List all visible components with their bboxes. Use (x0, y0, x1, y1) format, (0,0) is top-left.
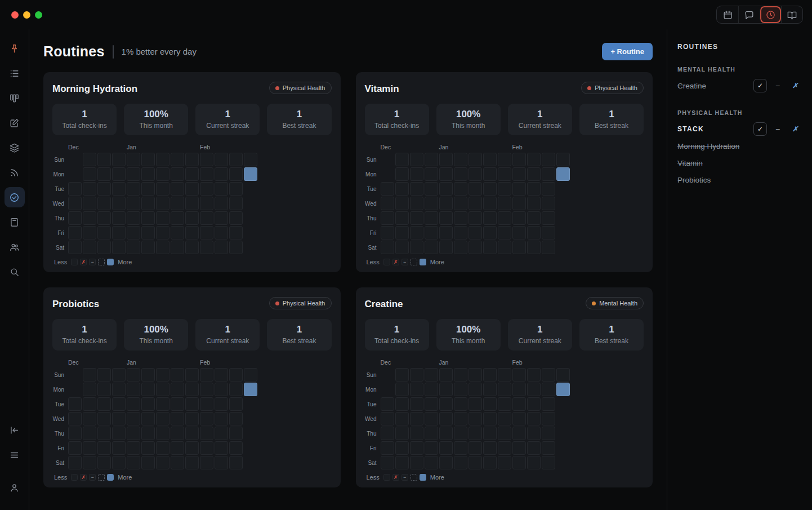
heatmap-cell[interactable] (171, 241, 184, 254)
heatmap-cell[interactable] (483, 211, 497, 225)
heatmap-cell[interactable] (395, 427, 409, 440)
heatmap-cell[interactable] (171, 441, 184, 455)
heatmap-cell[interactable] (229, 226, 243, 240)
heatmap-cell[interactable] (512, 397, 526, 411)
heatmap-cell[interactable] (381, 226, 394, 240)
heatmap-cell[interactable] (512, 211, 526, 225)
heatmap-cell[interactable] (395, 456, 409, 469)
heatmap-cell[interactable] (127, 153, 140, 166)
heatmap-cell[interactable] (512, 226, 526, 240)
heatmap-cell[interactable] (171, 427, 184, 440)
miss-button[interactable]: ✗ (788, 122, 802, 136)
heatmap-cell[interactable] (425, 182, 438, 196)
heatmap-cell[interactable] (156, 197, 169, 210)
heatmap-cell[interactable] (483, 412, 497, 425)
sidebar-item-compose[interactable] (5, 113, 25, 133)
heatmap-cell[interactable] (83, 441, 96, 455)
heatmap-cell[interactable] (112, 412, 126, 425)
heatmap-cell[interactable] (229, 412, 243, 425)
heatmap-cell[interactable] (498, 167, 511, 181)
heatmap-cell[interactable] (439, 441, 453, 455)
heatmap-cell[interactable] (395, 397, 409, 411)
heatmap-cell[interactable] (200, 383, 213, 396)
heatmap-cell[interactable] (512, 197, 526, 210)
heatmap-cell[interactable] (410, 397, 423, 411)
heatmap-cell[interactable] (498, 441, 511, 455)
heatmap-cell[interactable] (410, 412, 423, 425)
heatmap-cell[interactable] (395, 441, 409, 455)
heatmap-cell[interactable] (68, 241, 82, 254)
heatmap-cell[interactable] (469, 427, 482, 440)
heatmap-cell[interactable] (542, 182, 555, 196)
heatmap-cell[interactable] (185, 427, 199, 440)
heatmap-cell[interactable] (439, 182, 453, 196)
heatmap-cell[interactable] (454, 167, 467, 181)
heatmap-cell[interactable] (185, 182, 199, 196)
heatmap-cell[interactable] (112, 427, 126, 440)
heatmap-cell[interactable] (454, 182, 467, 196)
heatmap-cell[interactable] (141, 226, 155, 240)
routine-name[interactable]: Creatine (677, 82, 706, 90)
heatmap-cell[interactable] (483, 368, 497, 382)
sidebar-item-search[interactable] (5, 261, 25, 282)
heatmap-cell[interactable] (512, 241, 526, 254)
heatmap-cell[interactable] (439, 241, 453, 254)
heatmap-cell[interactable] (229, 167, 243, 181)
toolbar-calendar-button[interactable] (717, 6, 738, 23)
heatmap-cell[interactable] (498, 397, 511, 411)
heatmap-cell[interactable] (527, 197, 541, 210)
heatmap-cell[interactable] (171, 182, 184, 196)
heatmap-cell[interactable] (439, 427, 453, 440)
heatmap-cell[interactable] (381, 241, 394, 254)
heatmap-cell[interactable] (439, 211, 453, 225)
heatmap-cell[interactable] (127, 211, 140, 225)
heatmap-cell[interactable] (395, 241, 409, 254)
heatmap-cell[interactable] (425, 456, 438, 469)
heatmap-cell[interactable] (171, 167, 184, 181)
heatmap-cell[interactable] (229, 368, 243, 382)
heatmap-cell[interactable] (229, 197, 243, 210)
heatmap-cell[interactable] (498, 153, 511, 166)
heatmap-cell[interactable] (215, 368, 228, 382)
heatmap-cell[interactable] (97, 456, 111, 469)
heatmap-cell[interactable] (200, 226, 213, 240)
heatmap-cell[interactable] (410, 368, 423, 382)
heatmap-cell[interactable] (527, 383, 541, 396)
heatmap-cell[interactable] (156, 153, 169, 166)
heatmap-cell[interactable] (112, 441, 126, 455)
heatmap-cell[interactable] (439, 167, 453, 181)
heatmap-cell[interactable] (425, 167, 438, 181)
heatmap-cell[interactable] (542, 456, 555, 469)
heatmap-cell[interactable] (229, 182, 243, 196)
heatmap-cell[interactable] (395, 226, 409, 240)
heatmap-cell[interactable] (215, 197, 228, 210)
heatmap-cell[interactable] (556, 368, 570, 382)
heatmap-cell[interactable] (141, 167, 155, 181)
heatmap-cell[interactable] (171, 412, 184, 425)
heatmap-cell[interactable] (454, 241, 467, 254)
heatmap-cell[interactable] (185, 397, 199, 411)
heatmap-cell[interactable] (469, 383, 482, 396)
heatmap-cell[interactable] (395, 211, 409, 225)
heatmap-cell[interactable] (127, 427, 140, 440)
heatmap-cell[interactable] (512, 368, 526, 382)
heatmap-cell[interactable] (469, 441, 482, 455)
heatmap-cell[interactable] (483, 427, 497, 440)
heatmap-cell[interactable] (410, 383, 423, 396)
heatmap-cell[interactable] (127, 397, 140, 411)
heatmap-cell[interactable] (141, 383, 155, 396)
heatmap-cell[interactable] (112, 456, 126, 469)
heatmap-cell[interactable] (542, 397, 555, 411)
heatmap-cell[interactable] (200, 211, 213, 225)
heatmap-cell[interactable] (439, 397, 453, 411)
heatmap-cell[interactable] (542, 412, 555, 425)
heatmap-cell[interactable] (185, 383, 199, 396)
heatmap-cell[interactable] (498, 456, 511, 469)
heatmap-cell[interactable] (185, 441, 199, 455)
heatmap-cell[interactable] (83, 167, 96, 181)
heatmap-cell[interactable] (229, 153, 243, 166)
zoom-button[interactable] (35, 11, 42, 19)
heatmap-cell[interactable] (97, 368, 111, 382)
heatmap-cell[interactable] (156, 226, 169, 240)
heatmap-cell[interactable] (83, 368, 96, 382)
